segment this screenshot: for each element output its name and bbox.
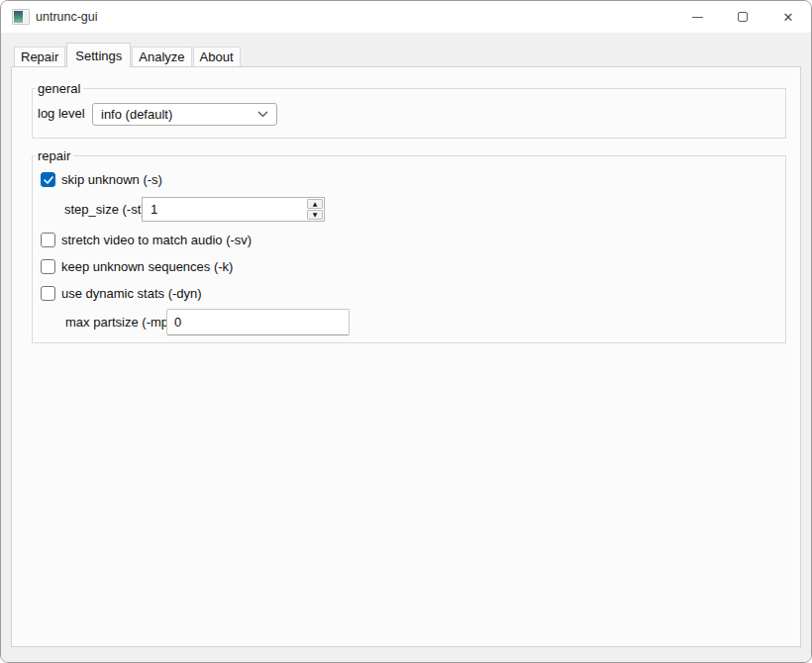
tab-repair-label: Repair bbox=[21, 49, 58, 64]
spin-up-button[interactable]: ▲ bbox=[307, 199, 323, 209]
minimize-icon bbox=[692, 17, 703, 18]
window-controls: ✕ bbox=[674, 1, 811, 33]
group-general: general log level info (default) bbox=[32, 88, 786, 139]
tab-settings[interactable]: Settings bbox=[66, 43, 131, 67]
log-level-row: log level bbox=[38, 106, 85, 121]
log-level-label: log level bbox=[38, 106, 85, 121]
step-size-spinbox: ▲ ▼ bbox=[142, 197, 325, 222]
step-size-spin-buttons: ▲ ▼ bbox=[306, 198, 324, 221]
tab-repair[interactable]: Repair bbox=[14, 47, 65, 66]
step-size-row: step_size (-st) bbox=[64, 202, 146, 217]
titlebar: untrunc-gui ✕ bbox=[1, 1, 811, 33]
group-general-title: general bbox=[35, 81, 83, 96]
tab-analyze[interactable]: Analyze bbox=[132, 47, 191, 66]
tabbar: Repair Settings Analyze About bbox=[14, 43, 242, 67]
max-partsize-input[interactable] bbox=[166, 309, 350, 335]
minimize-button[interactable] bbox=[674, 1, 720, 33]
chevron-down-icon bbox=[257, 111, 268, 118]
window-title: untrunc-gui bbox=[36, 10, 98, 24]
close-icon: ✕ bbox=[783, 11, 794, 24]
maximize-button[interactable] bbox=[720, 1, 765, 33]
stretch-video-row: stretch video to match audio (-sv) bbox=[41, 233, 252, 247]
stretch-video-checkbox[interactable] bbox=[41, 233, 55, 247]
keep-unknown-label: keep unknown sequences (-k) bbox=[61, 259, 233, 274]
keep-unknown-checkbox[interactable] bbox=[41, 259, 55, 274]
log-level-combobox[interactable]: info (default) bbox=[92, 103, 277, 126]
tab-about[interactable]: About bbox=[193, 47, 241, 66]
app-icon-strip bbox=[24, 11, 28, 23]
app-icon-image bbox=[14, 11, 23, 23]
app-icon bbox=[12, 9, 30, 25]
skip-unknown-checkbox[interactable] bbox=[41, 172, 55, 187]
maximize-icon bbox=[738, 12, 748, 22]
dynamic-stats-label: use dynamic stats (-dyn) bbox=[61, 286, 202, 301]
spin-down-button[interactable]: ▼ bbox=[307, 210, 323, 220]
group-repair-title: repair bbox=[35, 148, 73, 163]
max-partsize-row: max partsize (-mp) bbox=[65, 315, 172, 330]
dynamic-stats-row: use dynamic stats (-dyn) bbox=[41, 286, 202, 301]
arrow-down-icon: ▼ bbox=[313, 212, 318, 218]
stretch-video-label: stretch video to match audio (-sv) bbox=[61, 233, 252, 247]
group-repair: repair skip unknown (-s) step_size (-st)… bbox=[32, 155, 786, 343]
tab-about-label: About bbox=[200, 49, 234, 64]
keep-unknown-row: keep unknown sequences (-k) bbox=[41, 259, 233, 274]
skip-unknown-row: skip unknown (-s) bbox=[41, 172, 162, 187]
step-size-input[interactable] bbox=[143, 198, 306, 221]
step-size-label: step_size (-st) bbox=[64, 202, 146, 217]
skip-unknown-label: skip unknown (-s) bbox=[61, 172, 162, 187]
arrow-up-icon: ▲ bbox=[313, 201, 318, 207]
close-button[interactable]: ✕ bbox=[765, 1, 811, 33]
max-partsize-label: max partsize (-mp) bbox=[65, 315, 172, 330]
check-icon bbox=[44, 176, 53, 184]
client-area: Repair Settings Analyze About general lo… bbox=[1, 33, 812, 663]
tab-analyze-label: Analyze bbox=[139, 49, 184, 64]
tab-settings-label: Settings bbox=[75, 48, 122, 63]
dynamic-stats-checkbox[interactable] bbox=[41, 286, 55, 301]
log-level-value: info (default) bbox=[101, 107, 257, 122]
app-window: untrunc-gui ✕ Repair Settings Analyze Ab… bbox=[0, 0, 812, 663]
settings-pane: general log level info (default) repair … bbox=[11, 66, 801, 647]
